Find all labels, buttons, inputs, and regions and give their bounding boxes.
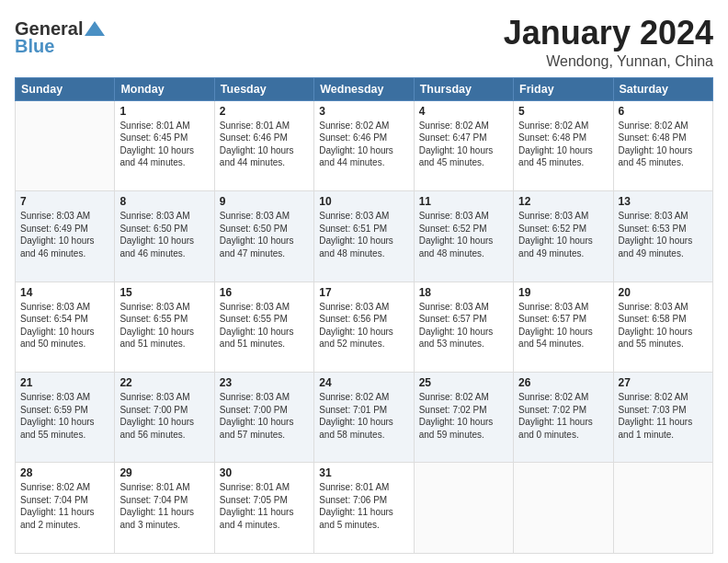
day-info: Sunrise: 8:01 AM Sunset: 6:46 PM Dayligh… xyxy=(220,120,309,169)
day-number: 16 xyxy=(220,286,309,299)
calendar-cell: 27Sunrise: 8:02 AM Sunset: 7:03 PM Dayli… xyxy=(613,373,712,463)
day-number: 30 xyxy=(220,466,309,479)
day-info: Sunrise: 8:03 AM Sunset: 6:58 PM Dayligh… xyxy=(619,301,708,350)
day-info: Sunrise: 8:03 AM Sunset: 6:50 PM Dayligh… xyxy=(119,210,209,259)
day-number: 9 xyxy=(220,195,309,208)
calendar-cell: 2Sunrise: 8:01 AM Sunset: 6:46 PM Daylig… xyxy=(214,100,313,190)
day-number: 3 xyxy=(319,105,408,118)
weekday-header-saturday: Saturday xyxy=(613,77,712,100)
day-number: 27 xyxy=(619,376,708,389)
calendar-cell: 16Sunrise: 8:03 AM Sunset: 6:55 PM Dayli… xyxy=(214,282,313,372)
logo: General Blue xyxy=(15,18,105,57)
calendar-cell: 1Sunrise: 8:01 AM Sunset: 6:45 PM Daylig… xyxy=(115,100,214,190)
day-info: Sunrise: 8:03 AM Sunset: 6:52 PM Dayligh… xyxy=(518,210,608,259)
calendar-cell: 25Sunrise: 8:02 AM Sunset: 7:02 PM Dayli… xyxy=(414,373,513,463)
day-number: 20 xyxy=(619,286,708,299)
day-number: 14 xyxy=(20,286,109,299)
calendar-cell: 28Sunrise: 8:02 AM Sunset: 7:04 PM Dayli… xyxy=(16,463,115,554)
calendar-cell: 22Sunrise: 8:03 AM Sunset: 7:00 PM Dayli… xyxy=(115,373,214,463)
day-number: 23 xyxy=(220,376,309,389)
calendar-cell: 24Sunrise: 8:02 AM Sunset: 7:01 PM Dayli… xyxy=(314,373,414,463)
calendar-cell: 10Sunrise: 8:03 AM Sunset: 6:51 PM Dayli… xyxy=(314,191,414,282)
day-info: Sunrise: 8:02 AM Sunset: 7:01 PM Dayligh… xyxy=(319,391,408,441)
day-info: Sunrise: 8:03 AM Sunset: 6:56 PM Dayligh… xyxy=(319,301,408,350)
day-info: Sunrise: 8:02 AM Sunset: 7:04 PM Dayligh… xyxy=(20,481,109,531)
day-number: 8 xyxy=(119,195,209,208)
calendar-cell: 31Sunrise: 8:01 AM Sunset: 7:06 PM Dayli… xyxy=(314,463,414,554)
calendar-cell: 29Sunrise: 8:01 AM Sunset: 7:04 PM Dayli… xyxy=(115,463,214,554)
weekday-header-thursday: Thursday xyxy=(414,77,513,100)
calendar-week-row: 14Sunrise: 8:03 AM Sunset: 6:54 PM Dayli… xyxy=(16,282,713,372)
weekday-header-friday: Friday xyxy=(514,77,613,100)
day-number: 10 xyxy=(319,195,408,208)
day-number: 29 xyxy=(119,466,209,479)
day-number: 6 xyxy=(619,105,708,118)
svg-marker-0 xyxy=(85,21,105,36)
calendar-cell xyxy=(414,463,513,554)
day-number: 11 xyxy=(419,195,508,208)
day-info: Sunrise: 8:03 AM Sunset: 6:55 PM Dayligh… xyxy=(119,301,209,350)
day-info: Sunrise: 8:02 AM Sunset: 6:46 PM Dayligh… xyxy=(319,120,408,169)
day-info: Sunrise: 8:03 AM Sunset: 6:53 PM Dayligh… xyxy=(619,210,708,259)
day-info: Sunrise: 8:01 AM Sunset: 7:04 PM Dayligh… xyxy=(119,481,209,531)
calendar-cell: 12Sunrise: 8:03 AM Sunset: 6:52 PM Dayli… xyxy=(514,191,613,282)
day-number: 18 xyxy=(419,286,508,299)
calendar-cell: 13Sunrise: 8:03 AM Sunset: 6:53 PM Dayli… xyxy=(613,191,712,282)
calendar-cell xyxy=(613,463,712,554)
day-number: 21 xyxy=(20,376,109,389)
weekday-header-wednesday: Wednesday xyxy=(314,77,414,100)
calendar-cell: 4Sunrise: 8:02 AM Sunset: 6:47 PM Daylig… xyxy=(414,100,513,190)
weekday-header-sunday: Sunday xyxy=(16,77,115,100)
day-number: 17 xyxy=(319,286,408,299)
logo-icon xyxy=(85,21,105,36)
day-info: Sunrise: 8:02 AM Sunset: 6:47 PM Dayligh… xyxy=(419,120,508,169)
day-info: Sunrise: 8:01 AM Sunset: 7:05 PM Dayligh… xyxy=(220,481,309,531)
day-number: 1 xyxy=(119,105,209,118)
day-number: 2 xyxy=(220,105,309,118)
calendar-week-row: 7Sunrise: 8:03 AM Sunset: 6:49 PM Daylig… xyxy=(16,191,713,282)
day-info: Sunrise: 8:03 AM Sunset: 6:57 PM Dayligh… xyxy=(419,301,508,350)
day-number: 7 xyxy=(20,195,109,208)
calendar-cell: 19Sunrise: 8:03 AM Sunset: 6:57 PM Dayli… xyxy=(514,282,613,372)
calendar-cell: 21Sunrise: 8:03 AM Sunset: 6:59 PM Dayli… xyxy=(16,373,115,463)
day-info: Sunrise: 8:03 AM Sunset: 6:59 PM Dayligh… xyxy=(20,391,109,441)
calendar-cell: 17Sunrise: 8:03 AM Sunset: 6:56 PM Dayli… xyxy=(314,282,414,372)
calendar-cell: 8Sunrise: 8:03 AM Sunset: 6:50 PM Daylig… xyxy=(115,191,214,282)
weekday-header-monday: Monday xyxy=(115,77,214,100)
day-info: Sunrise: 8:02 AM Sunset: 7:02 PM Dayligh… xyxy=(419,391,508,441)
weekday-header-row: SundayMondayTuesdayWednesdayThursdayFrid… xyxy=(16,77,713,100)
day-info: Sunrise: 8:03 AM Sunset: 6:51 PM Dayligh… xyxy=(319,210,408,259)
calendar-cell: 20Sunrise: 8:03 AM Sunset: 6:58 PM Dayli… xyxy=(613,282,712,372)
day-info: Sunrise: 8:03 AM Sunset: 6:54 PM Dayligh… xyxy=(20,301,109,350)
day-number: 19 xyxy=(518,286,608,299)
header: General Blue January 2024 Wendong, Yunna… xyxy=(15,15,713,70)
day-info: Sunrise: 8:02 AM Sunset: 6:48 PM Dayligh… xyxy=(619,120,708,169)
title-block: January 2024 Wendong, Yunnan, China xyxy=(504,15,713,70)
day-info: Sunrise: 8:03 AM Sunset: 6:55 PM Dayligh… xyxy=(220,301,309,350)
calendar-cell: 11Sunrise: 8:03 AM Sunset: 6:52 PM Dayli… xyxy=(414,191,513,282)
calendar-cell: 14Sunrise: 8:03 AM Sunset: 6:54 PM Dayli… xyxy=(16,282,115,372)
calendar-table: SundayMondayTuesdayWednesdayThursdayFrid… xyxy=(15,77,713,554)
calendar-cell: 5Sunrise: 8:02 AM Sunset: 6:48 PM Daylig… xyxy=(514,100,613,190)
day-number: 4 xyxy=(419,105,508,118)
weekday-header-tuesday: Tuesday xyxy=(214,77,313,100)
day-number: 5 xyxy=(518,105,608,118)
day-number: 24 xyxy=(319,376,408,389)
calendar-cell: 6Sunrise: 8:02 AM Sunset: 6:48 PM Daylig… xyxy=(613,100,712,190)
day-info: Sunrise: 8:03 AM Sunset: 6:52 PM Dayligh… xyxy=(419,210,508,259)
location: Wendong, Yunnan, China xyxy=(504,53,713,70)
day-info: Sunrise: 8:02 AM Sunset: 7:02 PM Dayligh… xyxy=(518,391,608,441)
day-info: Sunrise: 8:03 AM Sunset: 7:00 PM Dayligh… xyxy=(119,391,209,441)
day-info: Sunrise: 8:01 AM Sunset: 6:45 PM Dayligh… xyxy=(119,120,209,169)
month-title: January 2024 xyxy=(504,15,713,52)
day-number: 12 xyxy=(518,195,608,208)
day-info: Sunrise: 8:02 AM Sunset: 6:48 PM Dayligh… xyxy=(518,120,608,169)
calendar-cell: 18Sunrise: 8:03 AM Sunset: 6:57 PM Dayli… xyxy=(414,282,513,372)
calendar-cell: 23Sunrise: 8:03 AM Sunset: 7:00 PM Dayli… xyxy=(214,373,313,463)
day-number: 15 xyxy=(119,286,209,299)
day-number: 28 xyxy=(20,466,109,479)
calendar-cell: 3Sunrise: 8:02 AM Sunset: 6:46 PM Daylig… xyxy=(314,100,414,190)
calendar-cell: 7Sunrise: 8:03 AM Sunset: 6:49 PM Daylig… xyxy=(16,191,115,282)
day-info: Sunrise: 8:03 AM Sunset: 6:49 PM Dayligh… xyxy=(20,210,109,259)
day-number: 22 xyxy=(119,376,209,389)
